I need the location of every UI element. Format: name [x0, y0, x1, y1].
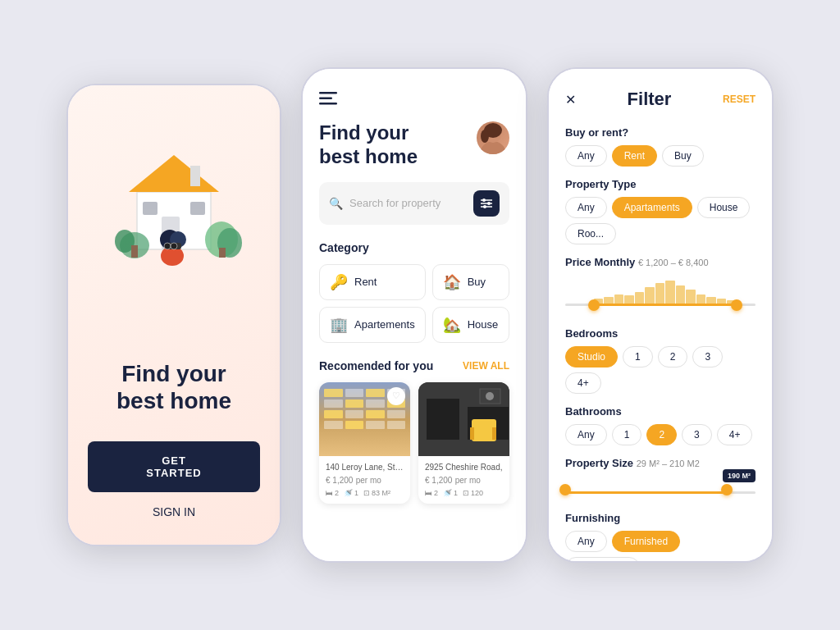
histogram-bar	[676, 285, 686, 304]
chip-furnish-any[interactable]: Any	[565, 531, 607, 552]
size-value-label: 190 M²	[723, 469, 756, 482]
chip-buy[interactable]: Buy	[662, 145, 704, 167]
sign-in-link[interactable]: SIGN IN	[88, 505, 260, 518]
chip-bath-any[interactable]: Any	[565, 424, 607, 445]
reset-button[interactable]: RESET	[723, 94, 756, 105]
get-started-button[interactable]: GET STARTED	[88, 441, 260, 492]
category-apartments[interactable]: 🏢 Apartements	[319, 307, 426, 343]
chip-bed-4plus[interactable]: 4+	[565, 372, 601, 394]
property-size-label: Property Size 29 M² – 210 M2	[565, 457, 756, 469]
chip-bath-1[interactable]: 1	[612, 424, 642, 445]
close-button[interactable]: ✕	[565, 92, 576, 107]
chip-any-rent[interactable]: Any	[565, 145, 607, 167]
svg-rect-18	[319, 92, 337, 94]
price-bar-active	[594, 304, 737, 306]
property-card-2[interactable]: 2925 Cheshire Road, € 1,200 per mo 🛏 2 🚿…	[418, 382, 509, 504]
svg-point-30	[487, 202, 491, 205]
chip-furnished[interactable]: Furnished	[612, 531, 680, 552]
size-range-text: 29 M² – 210 M2	[637, 459, 700, 468]
chip-type-apartaments[interactable]: Apartaments	[612, 197, 692, 218]
filter-header: ✕ Filter RESET	[565, 89, 756, 110]
svg-point-31	[483, 205, 486, 208]
search-input[interactable]: Search for property	[349, 197, 467, 209]
filter-toggle-button[interactable]	[473, 190, 500, 217]
size-1: ⊡ 83 M²	[363, 489, 390, 497]
svg-point-17	[171, 243, 177, 249]
price-monthly-section: Price Monthly € 1,200 – € 8,400	[565, 256, 756, 316]
size-thumb-right[interactable]	[721, 484, 733, 495]
chip-bath-4plus[interactable]: 4+	[717, 424, 753, 445]
histogram-bar	[706, 297, 716, 304]
screen2-title: Find your best home	[319, 121, 418, 169]
menu-icon[interactable]	[319, 92, 509, 108]
property-size-section: Property Size 29 M² – 210 M2 190 M²	[565, 457, 756, 500]
chip-bath-3[interactable]: 3	[682, 424, 712, 445]
favorite-button-1[interactable]: ♡	[387, 387, 405, 405]
histogram-bar	[665, 281, 675, 304]
svg-rect-5	[190, 166, 200, 186]
buy-icon: 🏠	[443, 273, 461, 291]
svg-rect-38	[492, 427, 496, 440]
card-meta-2: 🛏 2 🚿 1 ⊡ 120	[425, 489, 503, 497]
price-range-slider[interactable]	[565, 275, 756, 316]
size-2: ⊡ 120	[463, 489, 483, 497]
search-bar[interactable]: 🔍 Search for property	[319, 182, 509, 225]
svg-point-40	[486, 392, 494, 400]
beds-2: 🛏 2	[425, 489, 438, 497]
buy-or-rent-label: Buy or rent?	[565, 126, 756, 139]
welcome-title: Find your best home	[88, 360, 260, 415]
property-card-1[interactable]: ♡ 140 Leroy Lane, Stockholm € 1,200 per …	[319, 382, 410, 504]
svg-rect-33	[427, 399, 459, 440]
category-house[interactable]: 🏡 House	[432, 307, 509, 343]
svg-rect-8	[131, 245, 138, 258]
histogram-bar	[614, 294, 624, 304]
card-address-2: 2925 Cheshire Road,	[425, 463, 503, 472]
furnishing-chips: Any Furnished Unfrinished	[565, 531, 756, 563]
buy-rent-chips: Any Rent Buy	[565, 145, 756, 167]
size-thumb-left[interactable]	[559, 484, 571, 495]
chip-bath-2[interactable]: 2	[646, 424, 677, 445]
chip-type-any[interactable]: Any	[565, 197, 607, 218]
apartments-icon: 🏢	[330, 316, 348, 334]
chip-type-house[interactable]: House	[697, 197, 751, 218]
chip-rent[interactable]: Rent	[612, 145, 657, 167]
welcome-screen: Find your best home GET STARTED SIGN IN	[66, 84, 281, 546]
card-price-2: € 1,200 per mo	[425, 474, 503, 486]
property-cards: ♡ 140 Leroy Lane, Stockholm € 1,200 per …	[319, 382, 509, 504]
chip-bed-3[interactable]: 3	[692, 346, 723, 368]
histogram-bar	[686, 290, 696, 304]
svg-rect-20	[319, 103, 337, 105]
price-thumb-right[interactable]	[731, 299, 742, 311]
card-address-1: 140 Leroy Lane, Stockholm	[326, 463, 404, 472]
user-avatar[interactable]	[477, 121, 509, 154]
svg-rect-37	[470, 427, 474, 440]
card-image-2	[418, 382, 509, 456]
category-buy[interactable]: 🏠 Buy	[432, 264, 509, 300]
rent-icon: 🔑	[330, 273, 348, 291]
chip-bed-1[interactable]: 1	[623, 346, 653, 368]
view-all-button[interactable]: VIEW ALL	[463, 360, 509, 372]
category-label: Category	[319, 241, 509, 254]
svg-point-29	[482, 199, 486, 202]
card-info-1: 140 Leroy Lane, Stockholm € 1,200 per mo…	[319, 456, 410, 504]
price-thumb-left[interactable]	[588, 299, 600, 311]
chip-unfurnished[interactable]: Unfrinished	[565, 557, 640, 563]
house-illustration	[100, 118, 248, 282]
category-rent[interactable]: 🔑 Rent	[319, 264, 426, 300]
svg-point-21	[480, 141, 506, 154]
chip-bed-2[interactable]: 2	[658, 346, 688, 368]
card-meta-1: 🛏 2 🚿 1 ⊡ 83 M²	[326, 489, 404, 497]
svg-marker-1	[129, 155, 219, 192]
property-type-chips: Any Apartaments House Roo...	[565, 197, 756, 244]
recommended-header: Recomended for you VIEW ALL	[319, 359, 509, 372]
svg-point-16	[164, 243, 171, 249]
chip-type-room[interactable]: Roo...	[565, 223, 616, 244]
property-size-slider[interactable]: 190 M²	[565, 476, 756, 500]
bathrooms-label: Bathrooms	[565, 405, 756, 418]
bathrooms-section: Bathrooms Any 1 2 3 4+	[565, 405, 756, 445]
price-histogram	[594, 279, 737, 304]
house-icon: 🏡	[443, 316, 461, 334]
filter-title: Filter	[576, 89, 723, 110]
furnishing-section: Furnishing Any Furnished Unfrinished	[565, 512, 756, 563]
chip-studio[interactable]: Studio	[565, 346, 618, 368]
